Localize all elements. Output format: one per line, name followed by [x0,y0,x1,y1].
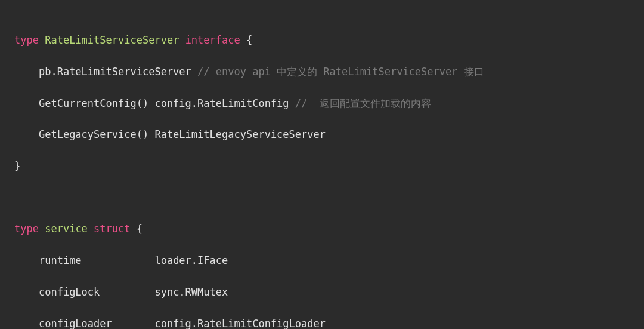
brace-close: } [14,160,20,172]
code-block: type RateLimitServiceServer interface { … [14,17,630,329]
code-content: GetLegacyService() RateLimitLegacyServic… [39,128,326,140]
code-line: GetCurrentConfig() config.RateLimitConfi… [14,96,630,111]
code-line: type service struct { [14,221,630,236]
indent [14,128,39,140]
keyword-struct: struct [94,223,130,235]
code-content: GetCurrentConfig() config.RateLimitConfi… [39,97,295,109]
field-type: config.RateLimitConfigLoader [154,318,326,329]
field-type: sync.RWMutex [154,286,228,298]
type-name: service [45,223,88,235]
field-name: configLock [39,286,154,298]
code-line: runtime loader.IFace [14,253,630,268]
field-name: configLoader [39,318,154,329]
code-line: pb.RateLimitServiceServer // envoy api 中… [14,64,630,79]
keyword-interface: interface [185,34,240,46]
code-content: pb.RateLimitServiceServer [39,66,197,78]
indent [14,286,39,298]
indent [14,97,39,109]
type-name: RateLimitServiceServer [45,34,179,46]
indent [14,254,39,266]
indent [14,318,39,329]
field-type: loader.IFace [154,254,228,266]
keyword-type: type [14,223,39,235]
code-line: } [14,158,630,174]
indent [14,66,39,78]
code-line: type RateLimitServiceServer interface { [14,32,630,48]
code-line-blank [14,190,630,205]
code-line: configLock sync.RWMutex [14,284,630,300]
keyword-type: type [14,34,39,46]
brace-open: { [137,223,143,235]
brace-open: { [246,34,252,46]
code-comment: // envoy api 中定义的 RateLimitServiceServer… [197,66,484,78]
code-comment: // 返回配置文件加载的内容 [295,97,431,109]
code-line: configLoader config.RateLimitConfigLoade… [14,316,630,329]
code-line: GetLegacyService() RateLimitLegacyServic… [14,127,630,142]
field-name: runtime [39,254,154,266]
